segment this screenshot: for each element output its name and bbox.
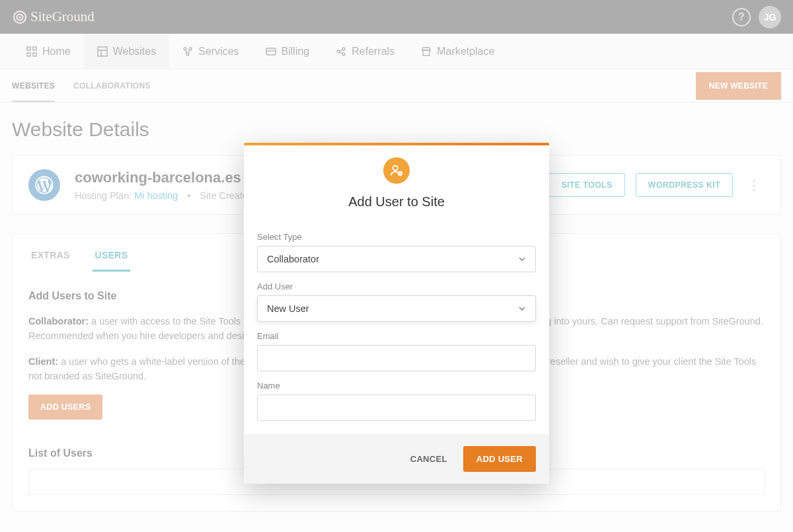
svg-point-25 (393, 166, 398, 171)
user-add-icon (383, 157, 410, 184)
add-user-button[interactable]: ADD USER (463, 446, 536, 472)
add-user-label: Add User (257, 282, 536, 291)
modal-footer: CANCEL ADD USER (244, 434, 549, 484)
select-type-value: Collaborator (267, 254, 319, 264)
cancel-button[interactable]: CANCEL (410, 454, 447, 464)
select-type-label: Select Type (257, 232, 536, 242)
modal-body: Select Type Collaborator Add User New Us… (244, 216, 549, 434)
email-field[interactable] (257, 345, 536, 371)
add-user-dropdown[interactable]: New User (257, 295, 536, 322)
name-field[interactable] (257, 395, 536, 421)
chevron-down-icon (518, 255, 526, 263)
add-user-value: New User (267, 303, 309, 314)
modal-header: Add User to Site (244, 145, 549, 216)
add-user-modal: Add User to Site Select Type Collaborato… (244, 143, 549, 484)
chevron-down-icon (518, 305, 526, 313)
modal-title: Add User to Site (348, 194, 445, 209)
name-label: Name (257, 381, 536, 391)
email-label: Email (257, 331, 536, 341)
select-type-dropdown[interactable]: Collaborator (257, 246, 536, 272)
